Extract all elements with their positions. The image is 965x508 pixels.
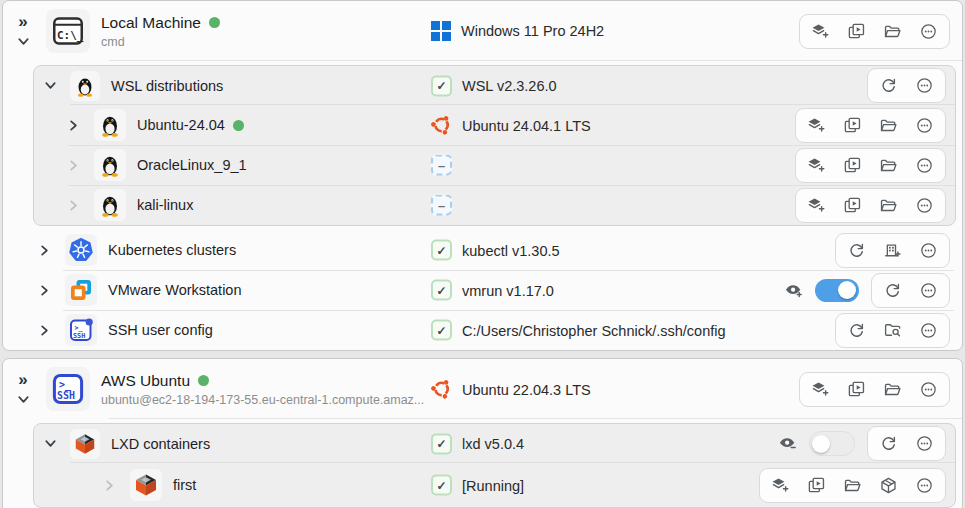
double-chevron-icon[interactable]: » [18, 13, 27, 30]
more-options-button[interactable] [915, 156, 934, 175]
double-chevron-icon[interactable]: » [18, 371, 27, 388]
os-info: Ubuntu 24.04.1 LTS [431, 115, 591, 136]
chevron-right-icon[interactable] [37, 283, 52, 298]
state-info: – [431, 155, 452, 176]
row-ubuntu-2404[interactable]: Ubuntu-24.04 Ubuntu 24.04.1 LTS [34, 105, 955, 145]
row-kali-linux[interactable]: kali-linux – [34, 185, 955, 225]
group-title: LXD containers [111, 436, 210, 452]
browse-files-button[interactable] [879, 116, 898, 135]
row-first-container[interactable]: first ✓ [Running] [34, 463, 955, 507]
play-window-icon [843, 156, 862, 175]
eye-minus-icon[interactable] [778, 434, 797, 453]
chevron-down-icon[interactable] [43, 436, 58, 451]
version-info: ✓ kubectl v1.30.5 [431, 240, 560, 261]
checked-checkbox-icon[interactable]: ✓ [431, 240, 452, 261]
row-oraclelinux[interactable]: OracleLinux_9_1 – [34, 145, 955, 185]
row-wsl-distributions[interactable]: WSL distributions ✓ WSL v2.3.26.0 [34, 66, 955, 105]
refresh-button[interactable] [879, 76, 898, 95]
run-script-button[interactable] [843, 196, 862, 215]
indeterminate-checkbox-icon[interactable]: – [431, 195, 452, 216]
more-options-button[interactable] [915, 196, 934, 215]
layers-plus-icon [807, 116, 826, 135]
kubernetes-wheel-icon [65, 234, 97, 266]
folder-search-button[interactable] [883, 321, 902, 340]
package-icon [879, 476, 898, 495]
browse-files-button[interactable] [883, 22, 902, 41]
indeterminate-checkbox-icon[interactable]: – [431, 155, 452, 176]
layers-plus-icon [811, 380, 830, 399]
container-state-label: [Running] [462, 477, 524, 493]
more-options-icon [915, 476, 934, 495]
chevron-down-icon[interactable] [16, 392, 31, 407]
chevron-right-icon[interactable] [66, 198, 81, 213]
more-options-button[interactable] [919, 281, 938, 300]
more-options-button[interactable] [919, 380, 938, 399]
more-options-icon [915, 434, 934, 453]
more-options-icon [915, 116, 934, 135]
ubuntu-logo-icon [431, 115, 452, 136]
action-button-group [759, 468, 946, 503]
row-kubernetes-clusters[interactable]: Kubernetes clusters ✓ kubectl v1.30.5 [3, 230, 962, 270]
row-ssh-user-config[interactable]: >_SSH SSH user config ✓ C:/Users/Christo… [3, 310, 962, 350]
package-button[interactable] [879, 476, 898, 495]
row-lxd-containers[interactable]: LXD containers ✓ lxd v5.0.4 [34, 424, 955, 463]
layers-plus-button[interactable] [811, 22, 830, 41]
checked-checkbox-icon[interactable]: ✓ [431, 75, 452, 96]
group-title: SSH user config [108, 322, 213, 338]
toggle-switch-on[interactable] [815, 279, 859, 302]
state-info: – [431, 195, 452, 216]
browse-files-button[interactable] [883, 380, 902, 399]
run-script-button[interactable] [847, 22, 866, 41]
chevron-right-icon[interactable] [66, 118, 81, 133]
toggle-switch-off[interactable] [809, 431, 855, 456]
group-title: Kubernetes clusters [108, 242, 236, 258]
connection-subtitle: cmd [101, 35, 220, 49]
chevron-right-icon[interactable] [66, 158, 81, 173]
os-label: Ubuntu 24.04.1 LTS [462, 117, 591, 133]
layers-plus-button[interactable] [807, 196, 826, 215]
layers-plus-button[interactable] [807, 156, 826, 175]
building-plus-button[interactable] [883, 241, 902, 260]
checked-checkbox-icon[interactable]: ✓ [431, 475, 452, 496]
refresh-button[interactable] [847, 241, 866, 260]
more-options-button[interactable] [915, 476, 934, 495]
row-local-machine[interactable]: » C:\_ Local Machine cmd Windows 11 Pro … [3, 1, 962, 61]
row-vmware-workstation[interactable]: VMware Workstation ✓ vmrun v1.17.0 [3, 270, 962, 310]
refresh-button[interactable] [879, 434, 898, 453]
chevron-down-icon[interactable] [16, 34, 31, 49]
chevron-right-icon[interactable] [102, 478, 117, 493]
layers-plus-button[interactable] [771, 476, 790, 495]
chevron-down-icon[interactable] [43, 78, 58, 93]
layers-plus-button[interactable] [807, 116, 826, 135]
checked-checkbox-icon[interactable]: ✓ [431, 280, 452, 301]
toggle-knob [838, 281, 856, 299]
open-folder-icon [879, 156, 898, 175]
connection-card-aws-ubuntu: » >_SSH AWS Ubuntu ubuntu@ec2-18-194-173… [2, 358, 963, 508]
more-options-button[interactable] [919, 321, 938, 340]
chevron-right-icon[interactable] [37, 243, 52, 258]
checked-checkbox-icon[interactable]: ✓ [431, 433, 452, 454]
run-script-button[interactable] [807, 476, 826, 495]
row-aws-ubuntu[interactable]: » >_SSH AWS Ubuntu ubuntu@ec2-18-194-173… [3, 359, 962, 419]
group-wsl-distributions: WSL distributions ✓ WSL v2.3.26.0 Ubuntu… [33, 65, 956, 226]
refresh-button[interactable] [847, 321, 866, 340]
more-options-button[interactable] [915, 116, 934, 135]
chevron-right-icon[interactable] [37, 323, 52, 338]
more-options-button[interactable] [919, 241, 938, 260]
refresh-button[interactable] [883, 281, 902, 300]
layers-plus-button[interactable] [811, 380, 830, 399]
checked-checkbox-icon[interactable]: ✓ [431, 320, 452, 341]
version-label: lxd v5.0.4 [462, 436, 524, 452]
action-button-group [871, 273, 950, 308]
run-script-button[interactable] [843, 156, 862, 175]
browse-files-button[interactable] [879, 156, 898, 175]
more-options-button[interactable] [915, 434, 934, 453]
run-script-button[interactable] [847, 380, 866, 399]
browse-files-button[interactable] [843, 476, 862, 495]
run-script-button[interactable] [843, 116, 862, 135]
eye-plus-icon[interactable] [784, 281, 803, 300]
action-button-group [795, 148, 946, 183]
browse-files-button[interactable] [879, 196, 898, 215]
more-options-button[interactable] [915, 76, 934, 95]
more-options-button[interactable] [919, 22, 938, 41]
